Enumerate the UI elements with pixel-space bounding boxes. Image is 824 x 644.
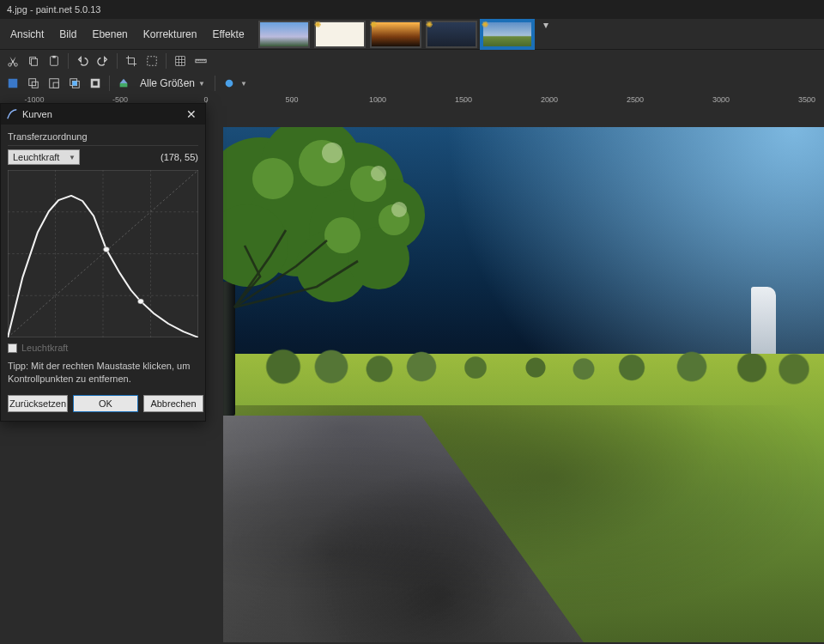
main-area: Kurven ✕ Transferzuordnung Leuchtkraft ▼… xyxy=(0,103,824,644)
curves-icon xyxy=(6,108,18,120)
svg-point-31 xyxy=(252,158,294,199)
chevron-down-icon: ▼ xyxy=(198,80,205,88)
svg-rect-12 xyxy=(53,82,58,88)
thumbnail-strip: ✺✺✺✺ xyxy=(255,19,536,49)
deselect-icon[interactable] xyxy=(142,52,161,70)
chevron-down-icon[interactable]: ▼ xyxy=(240,80,247,88)
selection-add-icon[interactable] xyxy=(24,74,43,93)
menubar: AnsichtBildEbenenKorrekturenEffekte xyxy=(0,19,255,49)
menu-bild[interactable]: Bild xyxy=(52,25,83,44)
svg-point-46 xyxy=(103,246,109,252)
close-icon[interactable]: ✕ xyxy=(183,107,200,121)
curve-editor[interactable] xyxy=(8,170,198,337)
toolbar-separator xyxy=(166,53,167,69)
svg-rect-15 xyxy=(72,81,76,85)
ok-button[interactable]: OK xyxy=(73,395,138,412)
undo-icon[interactable] xyxy=(73,52,92,70)
dialog-title: Kurven xyxy=(22,109,52,119)
sampling-mode-icon[interactable] xyxy=(220,74,239,93)
channel-checkbox-row: Leuchtkraft xyxy=(8,343,198,353)
svg-point-19 xyxy=(226,80,233,88)
top-row: AnsichtBildEbenenKorrekturenEffekte ✺✺✺✺… xyxy=(0,19,824,50)
unsaved-indicator-icon: ✺ xyxy=(426,21,434,29)
svg-point-35 xyxy=(371,166,386,181)
reset-button[interactable]: Zurücksetzen xyxy=(8,395,68,412)
flood-sizes-label: Alle Größen xyxy=(140,77,195,89)
transfer-section-label: Transferzuordnung xyxy=(8,131,198,146)
svg-rect-10 xyxy=(32,82,38,88)
selection-intersect-icon[interactable] xyxy=(65,74,84,93)
thumbnails-menu-icon[interactable]: ▾ xyxy=(540,19,552,31)
ruler-icon[interactable] xyxy=(191,52,210,70)
flood-sizes-dropdown[interactable]: Alle Größen ▼ xyxy=(135,77,210,89)
menu-ebenen[interactable]: Ebenen xyxy=(85,25,134,44)
thumb-2[interactable]: ✺ xyxy=(314,21,366,48)
luminosity-checkbox-label: Leuchtkraft xyxy=(21,343,68,353)
curve-coordinate-readout: (178, 55) xyxy=(161,152,198,162)
thumb-4[interactable]: ✺ xyxy=(426,21,477,48)
svg-point-45 xyxy=(137,299,143,304)
menu-ansicht[interactable]: Ansicht xyxy=(3,25,51,44)
copy-icon[interactable] xyxy=(24,52,43,70)
chevron-down-icon: ▼ xyxy=(69,154,76,161)
image-building xyxy=(751,287,776,354)
cancel-button-label: Abbrechen xyxy=(150,398,196,409)
toolbar-separator xyxy=(109,76,110,91)
flood-mode-icon[interactable] xyxy=(114,74,133,93)
channel-select[interactable]: Leuchtkraft ▼ xyxy=(8,149,80,165)
thumb-5[interactable]: ✺ xyxy=(482,21,533,48)
canvas-viewport[interactable] xyxy=(223,127,824,644)
channel-select-value: Leuchtkraft xyxy=(13,152,59,162)
redo-icon[interactable] xyxy=(94,52,112,70)
unsaved-indicator-icon: ✺ xyxy=(314,21,323,29)
window-title: 4.jpg - paint.net 5.0.13 xyxy=(7,4,100,15)
svg-point-36 xyxy=(391,202,407,217)
svg-rect-3 xyxy=(31,58,37,65)
menu-korrekturen[interactable]: Korrekturen xyxy=(136,25,204,44)
luminosity-checkbox[interactable] xyxy=(8,343,17,353)
svg-point-34 xyxy=(322,143,342,163)
paste-icon[interactable] xyxy=(45,52,64,70)
toolbar-separator xyxy=(68,53,69,69)
svg-rect-18 xyxy=(120,83,128,87)
grid-icon[interactable] xyxy=(171,52,190,70)
dialog-body: Transferzuordnung Leuchtkraft ▼ (178, 55… xyxy=(1,125,205,421)
dialog-titlebar[interactable]: Kurven ✕ xyxy=(1,104,205,125)
thumb-3[interactable]: ✺ xyxy=(370,21,421,48)
unsaved-indicator-icon: ✺ xyxy=(482,21,490,29)
toolbar-row-1 xyxy=(0,50,824,72)
svg-point-33 xyxy=(324,217,360,253)
crop-icon[interactable] xyxy=(122,52,141,70)
selection-replace-icon[interactable] xyxy=(3,74,22,93)
cancel-button[interactable]: Abbrechen xyxy=(143,395,203,412)
svg-rect-17 xyxy=(93,81,97,85)
ok-button-label: OK xyxy=(99,398,112,409)
dialog-tip-text: Tipp: Mit der rechten Maustaste klicken,… xyxy=(8,360,198,386)
toolbar-separator xyxy=(215,76,215,91)
unsaved-indicator-icon: ✺ xyxy=(370,21,379,29)
svg-rect-5 xyxy=(52,56,56,58)
reset-button-label: Zurücksetzen xyxy=(9,398,66,409)
svg-rect-8 xyxy=(9,79,18,88)
thumb-1[interactable] xyxy=(258,21,310,48)
cut-icon[interactable] xyxy=(3,52,22,70)
toolbar-row-2: Alle Größen ▼ ▼ xyxy=(0,72,824,94)
curves-dialog: Kurven ✕ Transferzuordnung Leuchtkraft ▼… xyxy=(0,103,206,422)
image-tree-canopy xyxy=(223,127,488,374)
toolbar-separator xyxy=(117,53,118,69)
selection-subtract-icon[interactable] xyxy=(45,74,64,93)
canvas-image xyxy=(223,127,824,642)
image-shadow-overlay xyxy=(223,405,824,642)
titlebar: 4.jpg - paint.net 5.0.13 xyxy=(0,0,824,19)
menu-effekte[interactable]: Effekte xyxy=(205,25,251,44)
svg-rect-6 xyxy=(148,57,157,66)
selection-invert-icon[interactable] xyxy=(86,74,105,93)
